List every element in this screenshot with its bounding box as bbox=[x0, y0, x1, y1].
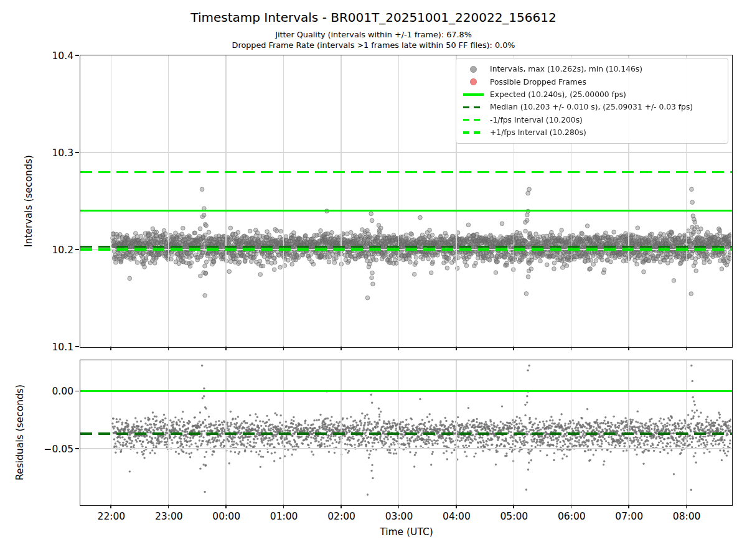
expected-line bbox=[80, 210, 732, 212]
x-tick-mark bbox=[283, 347, 284, 350]
x-tick-mark bbox=[341, 347, 342, 350]
x-tick-label: 04:00 bbox=[443, 511, 471, 522]
x-tick-label: 01:00 bbox=[270, 511, 298, 522]
legend-marker-box bbox=[461, 119, 485, 121]
x-tick-mark bbox=[168, 505, 169, 508]
y-tick-label: 10.1 bbox=[17, 342, 73, 353]
x-tick-mark bbox=[628, 505, 629, 508]
x-tick-label: 06:00 bbox=[558, 511, 586, 522]
x-tick-mark bbox=[168, 347, 169, 350]
x-tick-mark bbox=[456, 505, 457, 508]
x-tick-mark bbox=[110, 505, 111, 508]
x-tick-mark bbox=[225, 347, 227, 350]
legend-item-label: +1/fps Interval (10.280s) bbox=[490, 128, 586, 137]
x-tick-mark bbox=[110, 347, 111, 350]
jitter-quality-subtitle: Jitter Quality (intervals within +/-1 fr… bbox=[275, 30, 472, 39]
x-tick-mark bbox=[283, 505, 284, 508]
x-tick-mark bbox=[341, 505, 342, 508]
x-tick-mark bbox=[686, 505, 687, 508]
x-tick-label: 00:00 bbox=[212, 511, 240, 522]
legend-item-label: Possible Dropped Frames bbox=[490, 78, 586, 86]
legend-item: +1/fps Interval (10.280s) bbox=[461, 126, 723, 139]
legend-item-label: Expected (10.240s), (25.00000 fps) bbox=[490, 90, 626, 99]
y-tick-label: 10.4 bbox=[17, 50, 73, 62]
legend-marker-box bbox=[461, 106, 485, 108]
legend-item-label: Median (10.203 +/- 0.010 s), (25.09031 +… bbox=[490, 103, 693, 111]
x-tick-mark bbox=[571, 347, 572, 350]
x-tick-label: 23:00 bbox=[155, 511, 183, 522]
minus-1fps-interval-line bbox=[80, 248, 732, 250]
legend-item-label: -1/fps Interval (10.200s) bbox=[490, 116, 583, 124]
y-tick-mark bbox=[75, 152, 79, 153]
dashed-line-swatch bbox=[463, 119, 484, 121]
legend-item: Possible Dropped Frames bbox=[461, 75, 723, 88]
gridline bbox=[111, 55, 111, 347]
x-tick-mark bbox=[398, 505, 400, 508]
plus-1fps-interval-line bbox=[80, 171, 732, 173]
y-tick-mark bbox=[75, 448, 79, 449]
median-line bbox=[80, 246, 732, 248]
legend-item: Median (10.203 +/- 0.010 s), (25.09031 +… bbox=[461, 101, 723, 113]
interval-dot-icon bbox=[470, 66, 477, 73]
x-tick-label: 22:00 bbox=[98, 511, 126, 522]
gridline bbox=[341, 55, 341, 347]
x-tick-label: 08:00 bbox=[673, 511, 701, 522]
y-tick-label: 0.00 bbox=[17, 386, 73, 397]
gridline bbox=[80, 448, 732, 449]
y-tick-mark bbox=[75, 55, 79, 56]
dropped-frame-dot-icon bbox=[470, 78, 477, 85]
residuals-plot-area bbox=[80, 360, 733, 506]
x-tick-mark bbox=[513, 347, 514, 350]
x-axis-label: Time (UTC) bbox=[380, 526, 433, 538]
solid-line-swatch bbox=[463, 93, 484, 95]
gridline bbox=[80, 152, 732, 152]
x-tick-label: 03:00 bbox=[385, 511, 413, 522]
legend-item: Intervals, max (10.262s), min (10.146s) bbox=[461, 63, 723, 75]
legend: Intervals, max (10.262s), min (10.146s)P… bbox=[456, 58, 728, 144]
y-tick-label: 10.3 bbox=[17, 147, 73, 159]
legend-marker-box bbox=[461, 131, 485, 133]
y-tick-mark bbox=[75, 346, 79, 347]
x-tick-mark bbox=[513, 505, 514, 508]
x-tick-mark bbox=[456, 347, 457, 350]
x-tick-mark bbox=[398, 347, 400, 350]
legend-item: -1/fps Interval (10.200s) bbox=[461, 114, 723, 126]
median-residual-line bbox=[80, 432, 732, 434]
y-tick-mark bbox=[75, 249, 79, 250]
dropped-frame-rate-subtitle: Dropped Frame Rate (intervals >1 frames … bbox=[232, 40, 515, 50]
gridline bbox=[283, 55, 284, 347]
legend-item: Expected (10.240s), (25.00000 fps) bbox=[461, 88, 723, 101]
legend-marker-box bbox=[461, 78, 485, 85]
legend-marker-box bbox=[461, 66, 485, 73]
intervals-y-axis-label: Intervals (seconds) bbox=[23, 155, 34, 247]
dashed-line-swatch bbox=[463, 131, 484, 133]
intervals-plot-area: Intervals, max (10.262s), min (10.146s)P… bbox=[80, 55, 733, 348]
gridline bbox=[398, 55, 399, 347]
legend-item-label: Intervals, max (10.262s), min (10.146s) bbox=[490, 65, 642, 73]
x-tick-label: 07:00 bbox=[615, 511, 643, 522]
figure: Timestamp Intervals - BR001T_20251001_22… bbox=[0, 0, 747, 560]
x-tick-mark bbox=[628, 347, 629, 350]
y-tick-label: 10.2 bbox=[17, 245, 73, 256]
chart-title: Timestamp Intervals - BR001T_20251001_22… bbox=[190, 10, 556, 25]
legend-marker-box bbox=[461, 93, 485, 95]
gridline bbox=[225, 55, 226, 347]
gridline bbox=[168, 55, 169, 347]
dashed-line-swatch bbox=[463, 106, 484, 108]
residuals-y-axis-label: Residuals (seconds) bbox=[14, 385, 26, 480]
y-tick-label: −0.05 bbox=[17, 444, 73, 455]
zero-residual-line bbox=[80, 390, 732, 392]
y-tick-mark bbox=[75, 391, 79, 392]
x-tick-mark bbox=[225, 505, 227, 508]
x-tick-mark bbox=[571, 505, 572, 508]
x-tick-mark bbox=[686, 347, 687, 350]
x-tick-label: 05:00 bbox=[500, 511, 529, 522]
x-tick-label: 02:00 bbox=[327, 511, 355, 522]
